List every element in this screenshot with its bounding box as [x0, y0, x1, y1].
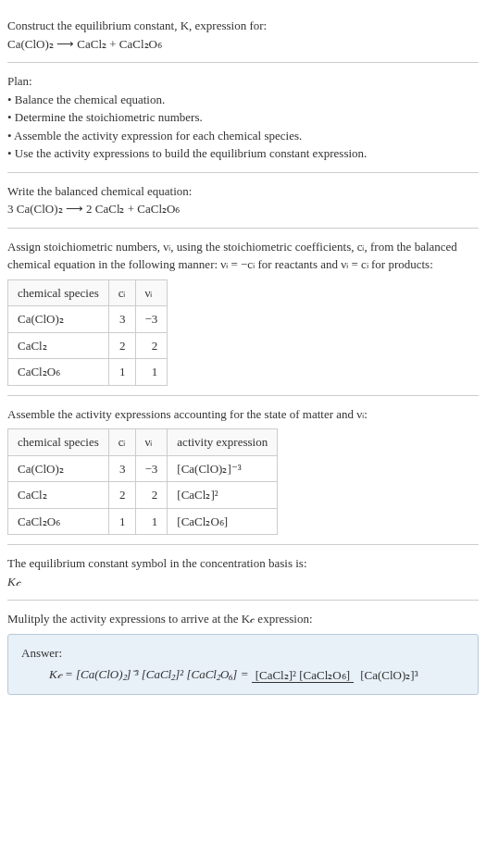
table-header-row: chemical species cᵢ νᵢ: [8, 279, 168, 306]
col-header: cᵢ: [108, 429, 135, 456]
cell: [CaCl₂]²: [168, 482, 278, 509]
assign-section: Assign stoichiometric numbers, νᵢ, using…: [7, 229, 479, 396]
plan-bullet: • Use the activity expressions to build …: [7, 144, 479, 163]
cell: 1: [108, 508, 135, 535]
plan-header: Plan:: [7, 72, 479, 91]
activity-text: Assemble the activity expressions accoun…: [7, 405, 479, 424]
cell: Ca(ClO)₂: [8, 306, 109, 333]
cell: 1: [135, 508, 168, 535]
cell: 2: [108, 482, 135, 509]
answer-fraction: [CaCl₂]² [CaCl₂O₆] [Ca(ClO)₂]³: [252, 666, 422, 685]
cell: 1: [135, 359, 168, 386]
plan-section: Plan: • Balance the chemical equation. •…: [7, 63, 479, 173]
cell: CaCl₂O₆: [8, 508, 109, 535]
cell: 2: [108, 332, 135, 359]
stoich-table: chemical species cᵢ νᵢ Ca(ClO)₂ 3 −3 CaC…: [7, 279, 168, 386]
table-header-row: chemical species cᵢ νᵢ activity expressi…: [8, 429, 278, 456]
balanced-header: Write the balanced chemical equation:: [7, 182, 479, 201]
answer-lhs: K𝒸 = [Ca(ClO)₂]⁻³ [CaCl₂]² [CaCl₂O₆] =: [49, 667, 252, 681]
cell: [Ca(ClO)₂]⁻³: [168, 455, 278, 482]
plan-bullet: • Assemble the activity expression for e…: [7, 127, 479, 145]
cell: 1: [108, 359, 135, 386]
cell: CaCl₂O₆: [8, 359, 109, 386]
plan-bullet: • Balance the chemical equation.: [7, 91, 479, 109]
answer-denominator: [Ca(ClO)₂]³: [356, 668, 421, 682]
cell: Ca(ClO)₂: [8, 455, 109, 482]
table-row: CaCl₂ 2 2 [CaCl₂]²: [8, 482, 278, 509]
multiply-section: Mulitply the activity expressions to arr…: [7, 601, 479, 704]
intro-section: Construct the equilibrium constant, K, e…: [7, 7, 479, 63]
col-header: cᵢ: [108, 279, 135, 306]
cell: 2: [135, 332, 168, 359]
answer-expression: K𝒸 = [Ca(ClO)₂]⁻³ [CaCl₂]² [CaCl₂O₆] = […: [21, 665, 465, 685]
activity-section: Assemble the activity expressions accoun…: [7, 396, 479, 546]
col-header: chemical species: [8, 429, 109, 456]
symbol-text: The equilibrium constant symbol in the c…: [7, 554, 479, 573]
table-row: Ca(ClO)₂ 3 −3 [Ca(ClO)₂]⁻³: [8, 455, 278, 482]
answer-label: Answer:: [21, 644, 465, 663]
plan-bullet: • Determine the stoichiometric numbers.: [7, 108, 479, 127]
col-header: chemical species: [8, 279, 109, 306]
assign-text: Assign stoichiometric numbers, νᵢ, using…: [7, 238, 479, 274]
cell: −3: [135, 455, 168, 482]
cell: −3: [135, 306, 168, 333]
table-row: CaCl₂O₆ 1 1 [CaCl₂O₆]: [8, 508, 278, 535]
answer-box: Answer: K𝒸 = [Ca(ClO)₂]⁻³ [CaCl₂]² [CaCl…: [7, 634, 479, 695]
intro-eq: Ca(ClO)₂ ⟶ CaCl₂ + CaCl₂O₆: [7, 35, 479, 54]
cell: 3: [108, 306, 135, 333]
multiply-text: Mulitply the activity expressions to arr…: [7, 610, 479, 628]
answer-numerator: [CaCl₂]² [CaCl₂O₆]: [252, 668, 354, 683]
symbol-kc: K𝒸: [7, 573, 479, 591]
balanced-section: Write the balanced chemical equation: 3 …: [7, 173, 479, 229]
col-header: νᵢ: [135, 279, 168, 306]
col-header: νᵢ: [135, 429, 168, 456]
table-row: Ca(ClO)₂ 3 −3: [8, 306, 168, 333]
activity-table: chemical species cᵢ νᵢ activity expressi…: [7, 428, 278, 535]
table-row: CaCl₂ 2 2: [8, 332, 168, 359]
col-header: activity expression: [168, 429, 278, 456]
cell: [CaCl₂O₆]: [168, 508, 278, 535]
balanced-eq: 3 Ca(ClO)₂ ⟶ 2 CaCl₂ + CaCl₂O₆: [7, 200, 479, 218]
cell: CaCl₂: [8, 332, 109, 359]
cell: 2: [135, 482, 168, 509]
cell: 3: [108, 455, 135, 482]
symbol-section: The equilibrium constant symbol in the c…: [7, 545, 479, 601]
intro-text: Construct the equilibrium constant, K, e…: [7, 17, 479, 35]
table-row: CaCl₂O₆ 1 1: [8, 359, 168, 386]
cell: CaCl₂: [8, 482, 109, 509]
